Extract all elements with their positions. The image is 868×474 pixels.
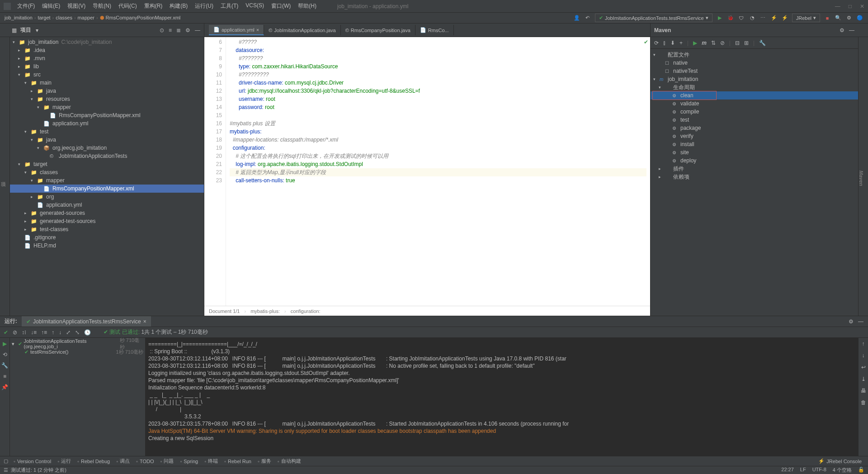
tree-row[interactable]: ▾📁test — [10, 128, 204, 136]
code-line[interactable]: call-setters-on-nulls: true — [230, 176, 646, 185]
bottom-tool-button[interactable]: ◦TODO — [133, 458, 156, 465]
prev-fail-icon[interactable]: ↑ — [52, 329, 54, 336]
run-config-selector[interactable]: ✔ JobImitationApplicationTests.testRmsSe… — [595, 14, 712, 22]
settings-gear-icon[interactable]: ⚙ — [185, 27, 190, 33]
tree-row[interactable]: ▾📁job_imitationC:\code\job_imitation — [10, 38, 204, 46]
next-fail-icon[interactable]: ↓ — [59, 329, 61, 336]
menu-item[interactable]: 文件(F) — [14, 1, 38, 11]
maven-stripe-button[interactable]: Maven — [859, 171, 864, 186]
run-button-icon[interactable]: ▶ — [716, 14, 723, 22]
maven-node[interactable]: ▾▸配置文件 — [651, 51, 858, 59]
export-icon[interactable]: ⤡ — [75, 329, 80, 336]
status-indent[interactable]: 4 个空格 — [833, 467, 852, 474]
import-icon[interactable]: ⤢ — [66, 329, 71, 336]
readonly-lock-icon[interactable]: 🔓 — [858, 467, 864, 474]
tree-arrow-icon[interactable]: ▾ — [659, 85, 665, 90]
maven-node[interactable]: ▸▸依赖项 — [651, 173, 858, 181]
code-line[interactable]: type: com.zaxxer.hikari.HikariDataSource — [230, 62, 646, 71]
tool-window-icon[interactable]: ▢ — [4, 458, 8, 464]
scroll-end-icon[interactable]: ⤓ — [861, 376, 866, 382]
tree-row[interactable]: 📄application.yml — [10, 201, 204, 209]
coverage-icon[interactable]: 🛡 — [738, 14, 745, 22]
bottom-tool-button[interactable]: ◦调点 — [113, 458, 132, 465]
tree-row[interactable]: ▸📁lib — [10, 62, 204, 71]
maven-node[interactable]: ⚙install — [651, 140, 858, 148]
rerun-failed-icon[interactable]: ⟲ — [3, 351, 7, 358]
tree-arrow-icon[interactable]: ▾ — [24, 81, 31, 85]
maven-node[interactable]: ☐native — [651, 59, 858, 67]
jrebel-debug-icon[interactable]: ⚡ — [781, 14, 788, 22]
tree-arrow-icon[interactable]: ▾ — [18, 162, 24, 166]
tree-arrow-icon[interactable]: ▾ — [653, 52, 660, 57]
menu-item[interactable]: VCS(S) — [243, 1, 267, 11]
breadcrumb-node[interactable]: mybatis-plus: — [250, 308, 280, 314]
tree-arrow-icon[interactable]: ▸ — [31, 194, 37, 199]
code-line[interactable]: #????? — [230, 38, 646, 46]
expand-all-icon[interactable]: ≡ — [169, 27, 172, 33]
status-encoding[interactable]: UTF-8 — [812, 467, 826, 474]
maven-node[interactable]: ⚙deploy — [651, 156, 858, 165]
tree-row[interactable]: 📄HELP.md — [10, 242, 204, 250]
code-line[interactable]: log-impl: org.apache.ibatis.logging.stdo… — [230, 160, 646, 168]
expand-icon[interactable]: ↓≡ — [31, 329, 37, 336]
code-line[interactable] — [230, 111, 646, 119]
tree-arrow-icon[interactable]: ▾ — [31, 137, 37, 142]
code-line[interactable]: url: jdbc:mysql://localhost:3306/qkl-job… — [230, 87, 646, 95]
code-line[interactable]: # 返回类型为Map,显示null对应的字段 — [230, 168, 646, 176]
maven-node[interactable]: ☐nativeTest — [651, 67, 858, 75]
editor-code[interactable]: #????? datasource: #??????? type: com.za… — [226, 37, 650, 316]
tree-row[interactable]: ▾📁mapper — [10, 103, 204, 111]
jrebel-run-icon[interactable]: ⚡ — [770, 14, 778, 22]
tree-arrow-icon[interactable]: ▾ — [24, 129, 31, 134]
maven-skip-tests-icon[interactable]: ⊘ — [720, 40, 725, 46]
menu-item[interactable]: 构建(B) — [167, 1, 190, 11]
tree-arrow-icon[interactable]: ▾ — [653, 77, 660, 81]
bottom-tool-button[interactable]: ◦Rebel Debug — [75, 458, 113, 465]
close-tab-icon[interactable]: × — [143, 318, 146, 325]
tree-row[interactable]: ▾📁mapper — [10, 176, 204, 185]
editor-tab[interactable]: 📄application.yml× — [209, 25, 264, 35]
console-output[interactable]: =========|_|==============|___/=/_/_/_/ … — [146, 338, 858, 456]
code-line[interactable]: #mapper-locations: classpath:/mapper/*.x… — [230, 136, 646, 144]
menu-item[interactable]: 代码(C) — [116, 1, 140, 11]
tree-arrow-icon[interactable]: ▾ — [13, 40, 19, 44]
tree-arrow-icon[interactable]: ▾ — [31, 97, 37, 101]
jrebel-console-button[interactable]: ⚡ JRebel Console — [816, 458, 864, 464]
history-icon[interactable]: 🕓 — [84, 329, 91, 336]
sort-icon[interactable]: ↕⁞ — [22, 329, 26, 336]
breadcrumb-item[interactable]: job_imitation — [5, 15, 33, 20]
tree-row[interactable]: ▾📁main — [10, 79, 204, 87]
code-line[interactable]: configuration: — [230, 144, 646, 152]
scroll-up-icon[interactable]: ↑ — [862, 341, 865, 347]
print-icon[interactable]: 🖶 — [861, 388, 866, 394]
editor-tab[interactable]: ©RmsCompanyPosition.java — [341, 25, 415, 35]
breadcrumb-item[interactable]: mapper — [78, 15, 94, 20]
project-view-dropdown[interactable]: ▾ — [36, 27, 38, 33]
toggle-auto-icon[interactable]: 🔧 — [1, 362, 8, 369]
maven-node[interactable]: ⚙package — [651, 124, 858, 132]
tree-arrow-icon[interactable]: ▸ — [24, 211, 31, 215]
collapse-icon[interactable]: ↑≡ — [41, 329, 47, 336]
maven-m-icon[interactable]: m — [702, 40, 707, 46]
debug-button-icon[interactable]: 🐞 — [727, 14, 734, 22]
settings-icon[interactable]: ⚙ — [845, 14, 853, 22]
hide-panel-icon[interactable]: — — [195, 27, 200, 33]
search-icon[interactable]: 🔍 — [835, 14, 842, 22]
run-settings-icon[interactable]: ⚙ — [849, 318, 854, 325]
tree-row[interactable]: 📄RmsCompanyPositionMapper.xml — [10, 185, 204, 193]
clear-icon[interactable]: 🗑 — [861, 399, 866, 406]
tree-row[interactable]: ▾📁target — [10, 160, 204, 168]
maven-run-icon[interactable]: ▶ — [693, 40, 697, 46]
tree-row[interactable]: 📄RmsCompanyPositionMapper.xml — [10, 111, 204, 119]
bottom-tool-button[interactable]: ◦运行 — [55, 458, 74, 465]
project-tool-icon[interactable]: ▦ — [12, 27, 17, 33]
maven-node[interactable]: ⚙validate — [651, 100, 858, 108]
tree-arrow-icon[interactable]: ▸ — [24, 227, 31, 232]
maven-settings-icon[interactable]: ⚙ — [840, 27, 844, 33]
menu-item[interactable]: 帮助(H) — [295, 1, 319, 11]
tree-row[interactable]: 📄.gitignore — [10, 233, 204, 242]
breadcrumb-item[interactable]: RmsCompanyPositionMapper.xml — [106, 15, 181, 20]
minimize-icon[interactable]: — — [835, 3, 840, 9]
maven-wrench-icon[interactable]: 🔧 — [759, 40, 766, 46]
maven-node[interactable]: ⚙compile — [651, 108, 858, 116]
